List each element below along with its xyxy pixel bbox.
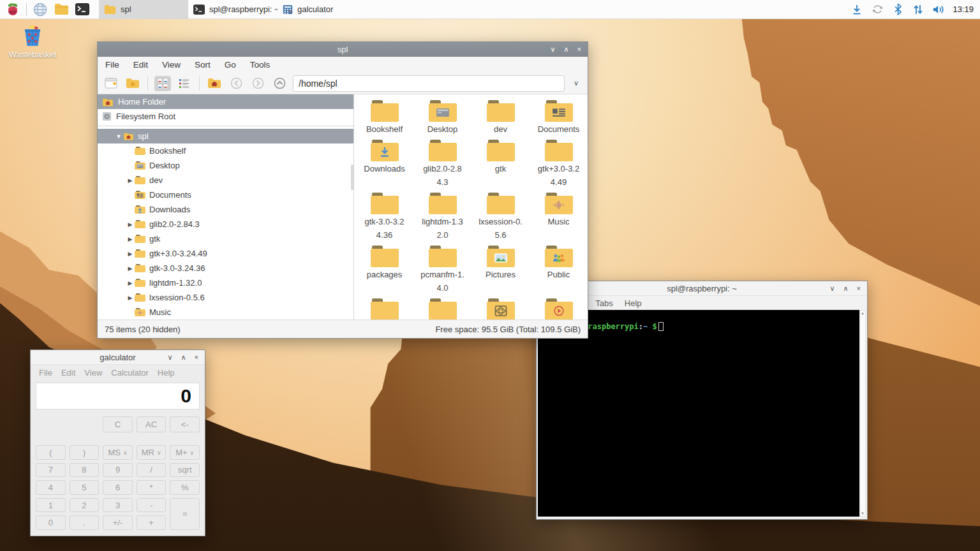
tree-item[interactable]: Desktop	[98, 158, 353, 173]
calc-shade-button[interactable]: ∨	[167, 350, 172, 365]
bluetooth-tray-icon[interactable]	[891, 3, 904, 16]
menu-item-file[interactable]: File	[39, 368, 52, 378]
file-grid-item[interactable]: Desktop	[413, 96, 471, 135]
tree-item[interactable]: ▶gtk+3.0-3.24.49	[98, 246, 353, 261]
file-grid-item[interactable]	[530, 294, 588, 320]
menu-item-edit[interactable]: Edit	[61, 368, 75, 378]
calc-button-6[interactable]: 6	[103, 480, 133, 495]
file-manager-launcher-icon[interactable]	[54, 2, 69, 17]
fm-close-button[interactable]: ×	[577, 42, 581, 57]
file-grid-item[interactable]: gtk-3.0-3.24.36	[355, 188, 413, 241]
terminal-shade-button[interactable]: ∨	[829, 281, 835, 296]
path-input[interactable]: /home/spl	[293, 75, 565, 92]
calc-button-7[interactable]: 7	[36, 463, 66, 478]
menu-item-file[interactable]: File	[105, 60, 119, 70]
fm-maximize-button[interactable]: ∧	[564, 42, 569, 57]
scroll-up-icon[interactable]: ▲	[861, 311, 865, 315]
calc-button-<-[interactable]: <-	[170, 416, 200, 432]
file-grid-item[interactable]: dev	[471, 96, 530, 135]
raspberry-menu-icon[interactable]	[5, 2, 20, 17]
calculator-window[interactable]: galculator ∨ ∧ × FileEditViewCalculatorH…	[30, 349, 205, 536]
wastebasket-desktop-icon[interactable]: Wastebasket	[8, 23, 57, 59]
menu-item-sort[interactable]: Sort	[195, 60, 211, 70]
path-dropdown-icon[interactable]: ∨	[570, 79, 583, 87]
tree-item[interactable]: ▶glib2.0-2.84.3	[98, 217, 353, 231]
calc-button-ms[interactable]: MS∨	[103, 445, 133, 460]
web-browser-icon[interactable]	[33, 2, 48, 17]
calc-button-m+[interactable]: M+∨	[170, 445, 200, 460]
tree-item[interactable]: Documents	[98, 187, 353, 202]
calc-button-sqrt[interactable]: sqrt	[170, 463, 200, 478]
clock[interactable]: 13:19	[953, 4, 974, 14]
menu-item-edit[interactable]: Edit	[133, 60, 148, 70]
expander-closed-icon[interactable]: ▶	[126, 280, 135, 286]
task-button-terminal[interactable]: spl@raspberrypi: ~	[188, 0, 278, 19]
tree-item-root[interactable]: ▼spl	[98, 129, 353, 143]
expander-closed-icon[interactable]: ▶	[126, 177, 135, 184]
calc-close-button[interactable]: ×	[195, 350, 198, 365]
tree-item[interactable]: ▶lxsession-0.5.6	[98, 290, 353, 305]
calc-button-=[interactable]: =	[170, 498, 200, 530]
expander-closed-icon[interactable]: ▶	[126, 251, 135, 257]
menu-item-help[interactable]: Help	[158, 368, 175, 378]
file-grid-item[interactable]: gtk+3.0-3.24.49	[530, 135, 588, 188]
terminal-close-button[interactable]: ×	[857, 281, 861, 296]
menu-item-calculator[interactable]: Calculator	[111, 368, 149, 378]
file-grid-item[interactable]: glib2.0-2.84.3	[413, 135, 471, 188]
file-grid-item[interactable]: lxsession-0.5.6	[471, 188, 530, 241]
calc-button-)[interactable]: )	[70, 445, 100, 460]
menu-item-tools[interactable]: Tools	[250, 60, 271, 70]
expander-closed-icon[interactable]: ▶	[126, 221, 135, 228]
task-button-folder[interactable]: spl	[99, 0, 188, 19]
expander-closed-icon[interactable]: ▶	[126, 265, 135, 272]
calc-button-4[interactable]: 4	[36, 480, 66, 495]
new-folder-button[interactable]	[124, 76, 141, 91]
file-grid-item[interactable]: lightdm-1.32.0	[413, 188, 471, 241]
forward-button[interactable]	[249, 76, 266, 91]
calc-button-c[interactable]: C	[103, 416, 133, 432]
file-grid-item[interactable]: Documents	[530, 96, 588, 135]
calc-button-.[interactable]: .	[70, 515, 100, 530]
sidebar-item-filesystem-root[interactable]: Filesystem Root	[98, 109, 353, 124]
sidebar-scrollbar-thumb[interactable]	[351, 165, 353, 190]
calc-button-ac[interactable]: AC	[137, 416, 167, 432]
file-grid-item[interactable]: Public	[530, 241, 588, 294]
menu-item-go[interactable]: Go	[225, 60, 236, 70]
new-tab-button[interactable]	[103, 76, 119, 91]
list-view-toggle[interactable]	[176, 76, 193, 91]
fm-shade-button[interactable]: ∨	[550, 42, 555, 57]
tree-item[interactable]: Bookshelf	[98, 143, 353, 158]
home-button[interactable]	[206, 76, 223, 91]
file-grid-item[interactable]: gtk	[471, 135, 530, 188]
tree-item[interactable]: ▶dev	[98, 173, 353, 187]
file-grid-item[interactable]	[471, 294, 530, 320]
file-grid-item[interactable]: pcmanfm-1.4.0	[413, 241, 471, 294]
menu-item-view[interactable]: View	[84, 368, 102, 378]
calc-button-8[interactable]: 8	[70, 463, 100, 478]
tree-item[interactable]: ▶gtk	[98, 231, 353, 246]
expander-open-icon[interactable]: ▼	[114, 133, 123, 140]
tree-item[interactable]: Music	[98, 305, 353, 320]
expander-closed-icon[interactable]: ▶	[126, 236, 135, 242]
menu-item-help[interactable]: Help	[621, 298, 645, 308]
calc-button-*[interactable]: *	[137, 480, 167, 495]
calc-button-5[interactable]: 5	[70, 480, 100, 495]
calc-button-1[interactable]: 1	[36, 498, 66, 513]
file-grid-item[interactable]: Downloads	[355, 135, 413, 188]
file-manager-window[interactable]: spl ∨ ∧ × FileEditViewSortGoTools	[97, 41, 588, 339]
tree-item[interactable]: ▶gtk-3.0-3.24.36	[98, 261, 353, 276]
file-grid-item[interactable]: Music	[530, 188, 588, 241]
calc-button-3[interactable]: 3	[103, 498, 133, 513]
calc-titlebar[interactable]: galculator ∨ ∧ ×	[31, 350, 205, 365]
scroll-down-icon[interactable]: ▼	[861, 511, 865, 515]
menu-item-view[interactable]: View	[162, 60, 181, 70]
fm-titlebar[interactable]: spl ∨ ∧ ×	[98, 42, 588, 57]
file-grid-item[interactable]	[413, 294, 471, 320]
file-grid-item[interactable]: Pictures	[471, 241, 530, 294]
updates-tray-icon[interactable]	[871, 3, 884, 16]
network-tray-icon[interactable]	[912, 3, 924, 16]
calc-button-2[interactable]: 2	[70, 498, 100, 513]
file-grid-item[interactable]: Bookshelf	[355, 96, 413, 135]
back-button[interactable]	[228, 76, 244, 91]
tree-item[interactable]: Downloads	[98, 202, 353, 217]
